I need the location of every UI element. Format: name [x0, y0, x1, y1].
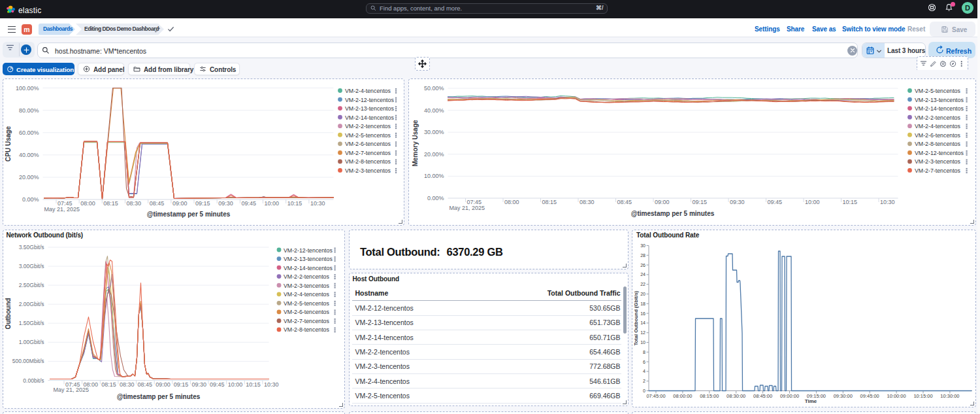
svg-text:80.00%: 80.00%	[18, 107, 39, 114]
svg-text:26: 26	[640, 262, 645, 267]
svg-text:16: 16	[640, 311, 645, 315]
svg-text:08:45: 08:45	[617, 199, 632, 205]
svg-text:08:00: 08:00	[80, 200, 95, 207]
svg-text:10:30: 10:30	[310, 200, 325, 207]
svg-text:10:00: 10:00	[227, 381, 242, 387]
svg-text:VM-2-14-tencentos: VM-2-14-tencentos	[915, 105, 964, 112]
svg-text:May 21, 2025: May 21, 2025	[449, 205, 485, 211]
svg-text:10:15: 10:15	[246, 381, 261, 387]
svg-text:10:00:00: 10:00:00	[887, 392, 906, 398]
svg-text:09:15: 09:15	[195, 200, 210, 207]
svg-text:09:30: 09:30	[730, 199, 745, 205]
svg-text:VM-2-8-tencentos: VM-2-8-tencentos	[284, 326, 330, 333]
svg-text:2: 2	[643, 379, 645, 383]
svg-text:30.00%: 30.00%	[423, 129, 444, 135]
svg-text:@timestamp per 5 minutes: @timestamp per 5 minutes	[146, 211, 230, 218]
svg-text:22: 22	[640, 282, 645, 286]
svg-text:28: 28	[640, 252, 645, 257]
svg-text:10:00: 10:00	[264, 200, 279, 207]
svg-text:14: 14	[640, 320, 645, 325]
svg-text:VM-2-7-tencentos: VM-2-7-tencentos	[915, 167, 961, 174]
svg-text:6: 6	[643, 359, 645, 364]
svg-text:08:45: 08:45	[149, 200, 164, 207]
svg-text:60.00%: 60.00%	[18, 129, 39, 136]
svg-text:VM-2-3-tencentos: VM-2-3-tencentos	[284, 282, 330, 288]
svg-text:08:00: 08:00	[504, 199, 519, 205]
svg-text:18: 18	[640, 301, 645, 305]
svg-text:0.00%: 0.00%	[22, 196, 39, 203]
svg-text:VM-2-8-tencentos: VM-2-8-tencentos	[345, 158, 391, 165]
svg-text:09:30: 09:30	[218, 200, 233, 207]
svg-text:10: 10	[640, 340, 645, 345]
svg-text:08:15:00: 08:15:00	[700, 392, 719, 398]
svg-text:10:30:00: 10:30:00	[940, 392, 959, 398]
svg-text:10:15: 10:15	[287, 200, 302, 207]
svg-text:10.00%: 10.00%	[423, 173, 444, 179]
svg-text:07:45: 07:45	[57, 200, 73, 207]
svg-text:VM-2-14-tencentos: VM-2-14-tencentos	[345, 114, 394, 121]
svg-text:VM-2-13-tencentos: VM-2-13-tencentos	[284, 256, 333, 262]
svg-text:08:30: 08:30	[580, 199, 595, 205]
svg-text:09:30: 09:30	[191, 381, 206, 387]
svg-text:500.00Mbit/s: 500.00Mbit/s	[12, 358, 44, 364]
svg-text:VM-2-5-tencentos: VM-2-5-tencentos	[915, 88, 961, 94]
svg-text:VM-2-6-tencentos: VM-2-6-tencentos	[284, 309, 330, 315]
svg-text:Total Outbound (Gbit/s): Total Outbound (Gbit/s)	[633, 290, 639, 345]
svg-text:3.50Gbit/s: 3.50Gbit/s	[18, 244, 44, 250]
svg-text:20.00%: 20.00%	[18, 174, 39, 181]
svg-text:VM-2-2-tencentos: VM-2-2-tencentos	[284, 273, 330, 280]
svg-text:09:45: 09:45	[767, 199, 782, 205]
svg-text:08:00:00: 08:00:00	[673, 392, 692, 398]
svg-text:20: 20	[640, 292, 645, 296]
svg-text:VM-2-8-tencentos: VM-2-8-tencentos	[915, 141, 961, 147]
svg-text:Outbound: Outbound	[4, 298, 11, 329]
svg-text:09:45:00: 09:45:00	[860, 392, 879, 398]
svg-text:8: 8	[643, 349, 645, 354]
svg-text:12: 12	[640, 330, 645, 335]
svg-text:@timestamp per 5 minutes: @timestamp per 5 minutes	[630, 210, 714, 217]
svg-text:09:00:00: 09:00:00	[780, 392, 799, 398]
svg-text:40.00%: 40.00%	[18, 152, 39, 158]
svg-text:10:15:00: 10:15:00	[913, 392, 932, 398]
svg-text:VM-2-7-tencentos: VM-2-7-tencentos	[345, 150, 391, 156]
svg-text:08:15: 08:15	[103, 200, 118, 207]
svg-text:May 21, 2025: May 21, 2025	[53, 387, 89, 393]
svg-text:VM-2-4-tencentos: VM-2-4-tencentos	[345, 88, 391, 94]
svg-text:VM-2-3-tencentos: VM-2-3-tencentos	[345, 167, 391, 174]
svg-text:07:45: 07:45	[466, 199, 482, 205]
svg-text:20.00%: 20.00%	[423, 151, 444, 158]
svg-text:VM-2-4-tencentos: VM-2-4-tencentos	[284, 291, 330, 298]
svg-text:09:00: 09:00	[155, 381, 171, 387]
svg-text:1.50Gbit/s: 1.50Gbit/s	[18, 320, 44, 326]
svg-text:1.00Gbit/s: 1.00Gbit/s	[18, 339, 44, 345]
svg-text:Time: Time	[805, 398, 817, 404]
svg-text:4: 4	[643, 369, 645, 373]
svg-text:08:30: 08:30	[126, 200, 141, 207]
svg-text:VM-2-7-tencentos: VM-2-7-tencentos	[284, 317, 330, 324]
svg-text:08:15: 08:15	[101, 381, 116, 387]
svg-text:2.00Gbit/s: 2.00Gbit/s	[18, 301, 44, 307]
svg-text:VM-2-3-tencentos: VM-2-3-tencentos	[915, 158, 961, 165]
svg-text:10:15: 10:15	[842, 199, 857, 205]
svg-text:50.00%: 50.00%	[423, 85, 444, 92]
svg-text:10:30: 10:30	[263, 381, 278, 387]
svg-text:09:15: 09:15	[692, 199, 707, 205]
svg-text:0: 0	[643, 388, 645, 393]
svg-text:09:00: 09:00	[172, 200, 187, 207]
svg-text:07:45:00: 07:45:00	[646, 392, 665, 398]
svg-text:08:15: 08:15	[542, 199, 557, 205]
svg-text:3.00Gbit/s: 3.00Gbit/s	[18, 263, 44, 269]
svg-text:VM-2-14-tencentos: VM-2-14-tencentos	[284, 264, 333, 271]
svg-text:VM-2-12-tencentos: VM-2-12-tencentos	[915, 150, 964, 156]
svg-text:VM-2-13-tencentos: VM-2-13-tencentos	[915, 97, 964, 103]
svg-text:100.00%: 100.00%	[15, 85, 39, 92]
svg-text:0.00bit/s: 0.00bit/s	[23, 377, 44, 383]
svg-text:09:15: 09:15	[173, 381, 188, 387]
svg-text:VM-2-5-tencentos: VM-2-5-tencentos	[284, 300, 330, 306]
svg-text:May 21, 2025: May 21, 2025	[44, 206, 80, 213]
svg-text:VM-2-13-tencentos: VM-2-13-tencentos	[345, 105, 394, 112]
svg-text:10:00: 10:00	[805, 199, 820, 205]
svg-text:2.50Gbit/s: 2.50Gbit/s	[18, 282, 44, 288]
svg-text:VM-2-6-tencentos: VM-2-6-tencentos	[345, 141, 391, 147]
svg-text:VM-2-4-tencentos: VM-2-4-tencentos	[915, 123, 961, 129]
